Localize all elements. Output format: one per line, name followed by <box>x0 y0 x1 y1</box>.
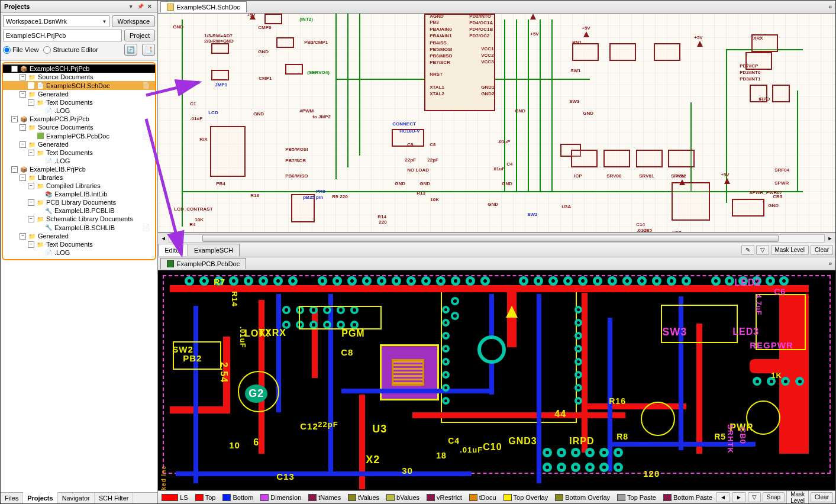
dropdown-icon[interactable]: ▾ <box>127 2 135 11</box>
snap-button[interactable]: Snap <box>763 492 785 502</box>
clear-button[interactable]: Clear <box>811 245 833 255</box>
tree-node-label: ExampleLIB.PrjPcb <box>30 166 86 173</box>
tree-node[interactable]: −📁Source Documents <box>3 73 155 81</box>
close-icon[interactable]: ✕ <box>146 2 154 11</box>
tree-node[interactable]: −📁Generated <box>3 90 155 98</box>
layer-tab[interactable]: tDocu <box>466 494 500 501</box>
pcb-doc-tab[interactable]: ExamplePCB.PcbDoc <box>160 258 246 269</box>
tree-node-label: Source Documents <box>38 73 93 80</box>
tree-node[interactable]: −📦ExampleLIB.PrjPcb <box>3 165 155 173</box>
pcb-layer-bar: LSTopBottomDimensiontNamestValuesbValues… <box>158 490 835 503</box>
tree-node[interactable]: 📄.LOG <box>3 106 155 115</box>
pcb-tab-strip: ExamplePCB.PcbDoc » <box>158 257 835 270</box>
midtab-examplesch[interactable]: ExampleSCH <box>188 244 240 256</box>
midtab-editor[interactable]: Editor <box>158 244 188 256</box>
tree-node[interactable]: 🔧ExampleLIB.PCBLIB <box>3 206 155 215</box>
tree-node-label: Text Documents <box>46 99 93 106</box>
sch-h-scrollbar[interactable]: ◄ ► <box>158 232 835 243</box>
pin-icon[interactable]: 📌 <box>136 2 144 11</box>
tree-node-label: Schematic Library Documents <box>46 215 133 222</box>
layer-tab[interactable]: Top Overlay <box>500 494 552 501</box>
tree-node[interactable]: 📚ExampleLIB.IntLib <box>3 190 155 198</box>
sch-tab-strip: ExampleSCH.SchDoc » <box>158 1 835 14</box>
schematic-icon <box>167 4 174 11</box>
sch-doc-tab[interactable]: ExampleSCH.SchDoc <box>160 1 247 12</box>
bottom-tab-projects[interactable]: Projects <box>23 492 57 503</box>
tree-node-label: ExampleLIB.SCHLIB <box>54 224 115 231</box>
layer-tab[interactable]: Bottom <box>219 494 257 501</box>
mask-level-button[interactable]: Mask Level <box>771 245 809 255</box>
tree-node[interactable]: −📁Libraries <box>3 173 155 182</box>
tree-node[interactable]: −📁Text Documents <box>3 240 155 248</box>
workspace-combo[interactable]: Workspace1.DsnWrk ▼ <box>3 15 109 27</box>
layer-tab[interactable]: tNames <box>305 494 344 501</box>
pcb-canvas[interactable]: G2 LOK! TXRX PGM SW2 PB2 C8 C12 22pF C13… <box>158 270 835 490</box>
tree-node-label: PCB Library Documents <box>46 199 116 206</box>
options-icon[interactable]: 📑 <box>142 44 155 56</box>
tree-node[interactable]: −📁Generated <box>3 232 155 240</box>
project-button[interactable]: Project <box>124 30 155 41</box>
tree-node-label: Text Documents <box>46 149 93 156</box>
layer-tab[interactable]: Dimension <box>257 494 305 501</box>
origin-arrow-icon <box>506 306 518 318</box>
bottom-tab-navigator[interactable]: Navigator <box>58 493 95 503</box>
project-tree[interactable]: −📦ExampleSCH.PrjPcb−📁Source Documents📄Ex… <box>1 61 157 492</box>
tree-node[interactable]: −📁Generated <box>3 140 155 148</box>
scroll-left-icon[interactable]: ◄ <box>158 235 169 241</box>
layer-tab[interactable]: Top Paste <box>614 494 660 501</box>
chevron-down-icon: ▼ <box>102 19 106 24</box>
tree-node[interactable]: −📦ExamplePCB.PrjPcb <box>3 115 155 123</box>
tree-node[interactable]: −📁Text Documents <box>3 148 155 157</box>
schematic-canvas[interactable]: GND +5V C1 .01uF LCD 1/3-RW=AD7 2/3-RW=G… <box>158 14 835 232</box>
filter-icon[interactable]: ▽ <box>748 492 761 502</box>
panel-bottom-tabs: FilesProjectsNavigatorSCH Filter <box>1 492 157 503</box>
tree-node[interactable]: −📁PCB Library Documents <box>3 198 155 206</box>
tab-overflow-icon[interactable]: » <box>825 260 835 267</box>
bottom-tab-files[interactable]: Files <box>1 493 23 503</box>
tree-node[interactable]: 📄.LOG <box>3 157 155 165</box>
pencil-icon[interactable]: ✎ <box>741 245 754 255</box>
file-view-radio[interactable]: File View <box>3 46 38 54</box>
layer-tab[interactable]: Top <box>192 494 220 501</box>
pcb-clear-button[interactable]: Clear <box>811 492 833 502</box>
tree-node[interactable]: −📁Text Documents <box>3 98 155 106</box>
tree-node-label: Generated <box>38 232 69 240</box>
layer-tab[interactable]: vRestrict <box>423 494 466 501</box>
pcb-mask-level-button[interactable]: Mask Level <box>786 490 809 503</box>
layer-next-icon[interactable]: ► <box>732 492 746 502</box>
layer-tab[interactable]: LS <box>158 494 191 501</box>
tree-node-label: Text Documents <box>46 241 93 248</box>
layer-tab[interactable]: Bottom Overlay <box>551 494 614 501</box>
project-combo[interactable]: ExampleSCH.PrjPcb <box>3 30 122 41</box>
bottom-tab-sch-filter[interactable]: SCH Filter <box>95 493 134 503</box>
layer-tab[interactable]: tValues <box>344 494 383 501</box>
tree-node-label: ExampleSCH.SchDoc <box>46 82 110 89</box>
tree-node[interactable]: −📁Compiled Libraries <box>3 182 155 190</box>
tree-node-label: ExamplePCB.PrjPcb <box>30 115 89 122</box>
tree-node[interactable]: 📄.LOG <box>3 248 155 257</box>
pcb-icon <box>167 260 174 267</box>
tree-node[interactable]: −📁Source Documents <box>3 123 155 131</box>
filter-icon[interactable]: ▽ <box>756 245 769 255</box>
tree-node[interactable]: −📁Schematic Library Documents <box>3 215 155 223</box>
tree-node-label: ExampleLIB.IntLib <box>54 190 107 198</box>
tree-node[interactable]: 🟩ExamplePCB.PcbDoc📄 <box>3 131 155 140</box>
layer-tab[interactable]: bValues <box>383 494 423 501</box>
scroll-right-icon[interactable]: ► <box>825 235 835 241</box>
panel-titlebar: Projects ▾ 📌 ✕ <box>1 1 157 13</box>
workspace-button[interactable]: Workspace <box>112 15 155 27</box>
tree-node-label: Source Documents <box>38 124 93 131</box>
tree-node[interactable]: −📦ExampleSCH.PrjPcb <box>3 64 155 73</box>
tree-node[interactable]: 📄ExampleSCH.SchDoc📄 <box>3 81 155 90</box>
structure-editor-radio[interactable]: Structure Editor <box>43 46 98 54</box>
refresh-icon[interactable]: 🔄 <box>124 44 137 56</box>
tree-node[interactable]: 🔧ExampleLIB.SCHLIB📄 <box>3 223 155 232</box>
panel-title-text: Projects <box>4 3 30 10</box>
layer-prev-icon[interactable]: ◄ <box>716 492 730 502</box>
project-combo-value: ExampleSCH.PrjPcb <box>6 32 66 39</box>
tab-overflow-icon[interactable]: » <box>825 4 835 10</box>
layer-tab[interactable]: Bottom Paste <box>660 494 716 501</box>
tree-node-label: ExampleLIB.PCBLIB <box>54 207 115 214</box>
tree-node-label: Compiled Libraries <box>46 182 101 189</box>
panel-top-controls: Workspace1.DsnWrk ▼ Workspace ExampleSCH… <box>1 13 157 61</box>
